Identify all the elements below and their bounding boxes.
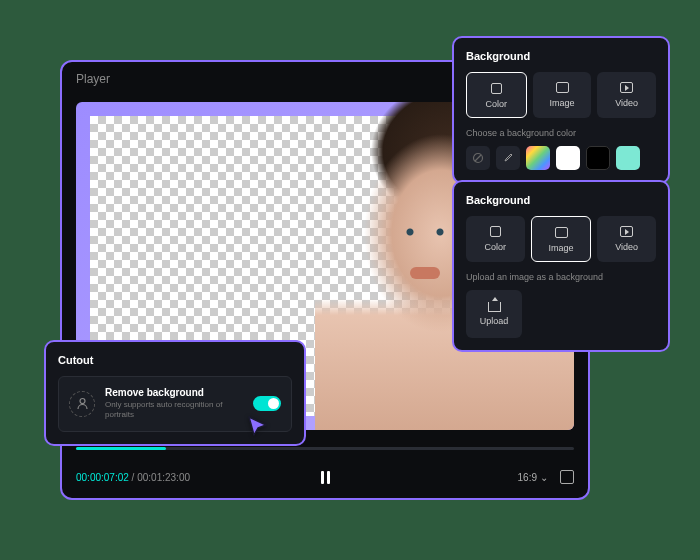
cutout-panel-title: Cutout [58,354,292,366]
video-icon [620,224,634,238]
remove-bg-subtitle: Only supports auto recognition of portra… [105,400,243,421]
total-time: 00:01:23:00 [137,472,190,483]
image-icon [554,225,568,239]
tab-color[interactable]: Color [466,72,527,118]
tab-video-2[interactable]: Video [597,216,656,262]
svg-line-2 [475,155,481,161]
current-time: 00:00:07:02 [76,472,129,483]
tab-color-2[interactable]: Color [466,216,525,262]
swatch-rainbow[interactable] [526,146,550,170]
color-icon [488,224,502,238]
tab-image[interactable]: Image [533,72,592,118]
color-icon [489,81,503,95]
upload-button[interactable]: Upload [466,290,522,338]
tab-image-2[interactable]: Image [531,216,592,262]
upload-icon [488,302,501,312]
color-hint: Choose a background color [466,128,656,138]
chevron-down-icon: ⌄ [540,472,548,483]
background-panel-color: Background Color Image Video Choose a ba… [452,36,670,184]
bg-panel-title: Background [466,50,656,62]
remove-bg-title: Remove background [105,387,243,398]
timecode: 00:00:07:02 / 00:01:23:00 [76,472,190,483]
svg-point-0 [80,399,85,404]
timeline-scrubber[interactable] [76,447,574,450]
cursor-pointer-icon [246,415,272,441]
background-panel-image: Background Color Image Video Upload an i… [452,180,670,352]
tab-video[interactable]: Video [597,72,656,118]
swatch-white[interactable] [556,146,580,170]
player-controls: 00:00:07:02 / 00:01:23:00 16:9 ⌄ [62,456,588,498]
fullscreen-button[interactable] [560,470,574,484]
remove-bg-toggle[interactable] [253,396,281,411]
image-icon [555,80,569,94]
pause-button[interactable] [315,467,335,487]
image-hint: Upload an image as a background [466,272,656,282]
eyedropper-button[interactable] [496,146,520,170]
swatch-none[interactable] [466,146,490,170]
video-icon [620,80,634,94]
bg-panel-title2: Background [466,194,656,206]
aspect-ratio-selector[interactable]: 16:9 ⌄ [518,472,548,483]
swatch-black[interactable] [586,146,610,170]
swatch-mint[interactable] [616,146,640,170]
person-icon [69,391,95,417]
